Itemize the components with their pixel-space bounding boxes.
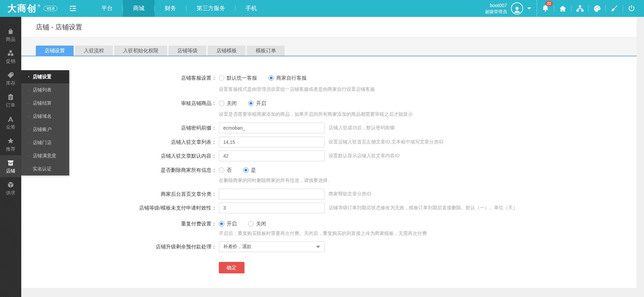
submenu-item-shop-store[interactable]: ·店铺门店 bbox=[21, 136, 69, 149]
main-content: 店铺 - 店铺设置 店铺设置 入驻流程 入驻初始化权限 店铺等级 店铺模板 模板… bbox=[21, 17, 644, 288]
password-prefix-input[interactable] bbox=[219, 123, 325, 133]
bullet: · bbox=[28, 140, 30, 145]
sidebar-item-orders[interactable]: 订单 bbox=[0, 89, 21, 111]
tab-entry-init-permissions[interactable]: 入驻初始化权限 bbox=[114, 46, 167, 56]
home-button[interactable] bbox=[554, 0, 571, 17]
sidebar-item-inventory[interactable]: 库存 bbox=[0, 68, 21, 89]
tab-entry-process[interactable]: 入驻流程 bbox=[75, 46, 113, 56]
sidebar-item-label: 推荐 bbox=[6, 146, 16, 151]
sidebar-item-label: 商品 bbox=[6, 37, 16, 42]
sidebar-item-supply[interactable]: 供求 bbox=[0, 177, 21, 199]
submenu-item-shop-account[interactable]: ·店铺账户 bbox=[21, 123, 69, 136]
shop-icon bbox=[7, 159, 14, 166]
sitemap-icon bbox=[576, 5, 584, 12]
supply-icon bbox=[7, 181, 14, 188]
radio-delete-yes[interactable] bbox=[243, 167, 249, 173]
radio-repeat-off[interactable] bbox=[248, 221, 254, 226]
nav-item-mall[interactable]: 商城 bbox=[123, 0, 155, 17]
submenu-item-shop-settlement[interactable]: ·店铺结算 bbox=[21, 97, 69, 110]
unpaid-validity-row: 店铺等级/模板未支付申请时效性： 店铺等级订单到期后状态修改为无效，模板订单到期… bbox=[21, 202, 637, 213]
upgrade-refund-row: 店铺升级剩余预付款处理： 补差价，退款 bbox=[21, 241, 637, 252]
bullet: · bbox=[28, 113, 30, 119]
sidebar-item-recommend[interactable]: 推荐 bbox=[0, 133, 21, 155]
radio-label[interactable]: 商家自行客服 bbox=[276, 75, 307, 81]
tab-shop-settings[interactable]: 店铺设置 bbox=[36, 46, 74, 56]
field-hint: 设置客服模式是由管理员设置统一店铺客服或者是由商家自行设置店铺客服 bbox=[219, 86, 375, 92]
radio-merchant-service[interactable] bbox=[268, 75, 274, 81]
sidebar-item-label: 库存 bbox=[6, 81, 16, 85]
theme-button[interactable] bbox=[589, 0, 606, 17]
article-content-row: 店铺入驻文章默认内容： 设置默认显示店铺入驻文章内容ID bbox=[21, 151, 637, 161]
bullet: · bbox=[28, 100, 30, 106]
field-label: 商家后台首页文章分类： bbox=[21, 191, 216, 197]
chevron-down-icon bbox=[316, 246, 320, 248]
field-hint: 商家帮助文章分类ID bbox=[329, 191, 371, 197]
logo-text: 大商创 bbox=[7, 2, 37, 15]
collapse-menu-icon[interactable] bbox=[69, 4, 77, 12]
notifications-button[interactable]: 22 bbox=[537, 0, 554, 17]
field-hint: 设置是否需要审核商家添加的商品，如果开启则所有商家添加的商品都需要审核之后才能显… bbox=[219, 111, 413, 117]
upgrade-refund-select[interactable]: 补差价，退款 bbox=[219, 241, 325, 252]
submenu-item-shop-list[interactable]: ·店铺列表 bbox=[21, 83, 69, 97]
radio-label[interactable]: 关闭 bbox=[227, 100, 237, 107]
radio-label[interactable]: 默认统一客服 bbox=[227, 75, 257, 81]
bullet: · bbox=[28, 87, 30, 92]
logout-button[interactable] bbox=[623, 0, 640, 17]
power-icon bbox=[628, 5, 635, 12]
chevron-down-icon[interactable] bbox=[527, 7, 531, 9]
customer-service-row: 店铺客服设置： 默认统一客服 商家自行客服 bbox=[21, 75, 637, 81]
radio-delete-no[interactable] bbox=[219, 167, 224, 173]
avatar[interactable] bbox=[511, 2, 523, 15]
article-list-input[interactable] bbox=[219, 137, 325, 147]
sidebar-item-goods[interactable]: 商品 bbox=[0, 24, 21, 46]
settings-form: 店铺客服设置： 默认统一客服 商家自行客服 设置客服模式是由管理员设置统一店铺客… bbox=[21, 56, 637, 288]
nav-item-finance[interactable]: 财务 bbox=[155, 0, 186, 17]
palette-icon bbox=[593, 5, 601, 12]
nav-item-platform[interactable]: 平台 bbox=[91, 0, 123, 17]
unpaid-validity-input[interactable] bbox=[219, 202, 325, 213]
field-hint: 店铺等级订单到期后状态修改为无效，模板订单到期后直接删除。默认（一）。单位（天） bbox=[329, 205, 518, 211]
sidebar-item-label: 店铺 bbox=[6, 168, 16, 173]
tabs: 店铺设置 入驻流程 入驻初始化权限 店铺等级 店铺模板 模板订单 bbox=[36, 46, 285, 56]
radio-default-service[interactable] bbox=[219, 75, 224, 81]
user-info[interactable]: boot007 超级管理员 bbox=[485, 2, 507, 15]
confirm-button[interactable]: 确定 bbox=[219, 262, 244, 273]
radio-label[interactable]: 关闭 bbox=[256, 221, 266, 227]
sidebar-item-promotion[interactable]: 促销 bbox=[0, 46, 21, 68]
crowdfunding-icon bbox=[7, 115, 14, 123]
radio-label[interactable]: 否 bbox=[227, 167, 232, 173]
help-category-row: 商家后台首页文章分类： 商家帮助文章分类ID bbox=[21, 189, 637, 199]
help-category-input[interactable] bbox=[219, 189, 325, 199]
radio-review-off[interactable] bbox=[219, 101, 224, 106]
shop-submenu: ·店铺设置 ·店铺列表 ·店铺结算 ·店铺域名 ·店铺账户 ·店铺门店 ·店铺满… bbox=[21, 70, 69, 176]
radio-review-on[interactable] bbox=[248, 101, 254, 106]
sidebar-item-shop[interactable]: 店铺 bbox=[0, 155, 21, 177]
app-logo[interactable]: 大商创 ® V2.0 bbox=[7, 2, 57, 15]
submenu-item-shop-settings[interactable]: ·店铺设置 bbox=[21, 70, 69, 83]
radio-label[interactable]: 开启 bbox=[227, 221, 237, 227]
submenu-item-shop-domain[interactable]: ·店铺域名 bbox=[21, 110, 69, 123]
user-role: 超级管理员 bbox=[485, 9, 507, 15]
sidebar-item-crowdfunding[interactable]: 众筹 bbox=[0, 111, 21, 133]
submenu-item-real-name-auth[interactable]: ·实名认证 bbox=[21, 162, 69, 176]
sitemap-button[interactable] bbox=[571, 0, 588, 17]
top-nav: 平台 商城 财务 第三方服务 手机 bbox=[91, 0, 267, 17]
article-content-input[interactable] bbox=[219, 151, 325, 161]
broom-icon bbox=[611, 5, 618, 12]
tab-template-orders[interactable]: 模板订单 bbox=[247, 46, 285, 56]
nav-item-mobile[interactable]: 手机 bbox=[235, 0, 267, 17]
tab-strip: 店铺设置 入驻流程 入驻初始化权限 店铺等级 店铺模板 模板订单 bbox=[21, 37, 637, 56]
clear-cache-button[interactable] bbox=[606, 0, 623, 17]
nav-item-third-party[interactable]: 第三方服务 bbox=[186, 0, 235, 17]
submenu-item-shop-satisfaction[interactable]: ·店铺满意度 bbox=[21, 149, 69, 162]
sidebar-item-label: 订单 bbox=[6, 103, 16, 107]
radio-label[interactable]: 是 bbox=[251, 167, 256, 173]
tab-shop-grade[interactable]: 店铺等级 bbox=[169, 46, 206, 56]
bullet: · bbox=[28, 127, 30, 132]
radio-repeat-on[interactable] bbox=[219, 221, 224, 226]
radio-label[interactable]: 开启 bbox=[256, 100, 266, 107]
promotion-icon bbox=[7, 50, 14, 57]
tab-shop-template[interactable]: 店铺模板 bbox=[208, 46, 246, 56]
sidebar-item-label: 众筹 bbox=[6, 125, 16, 129]
hint-row: 设置是否需要审核商家添加的商品，如果开启则所有商家添加的商品都需要审核之后才能显… bbox=[219, 111, 637, 117]
